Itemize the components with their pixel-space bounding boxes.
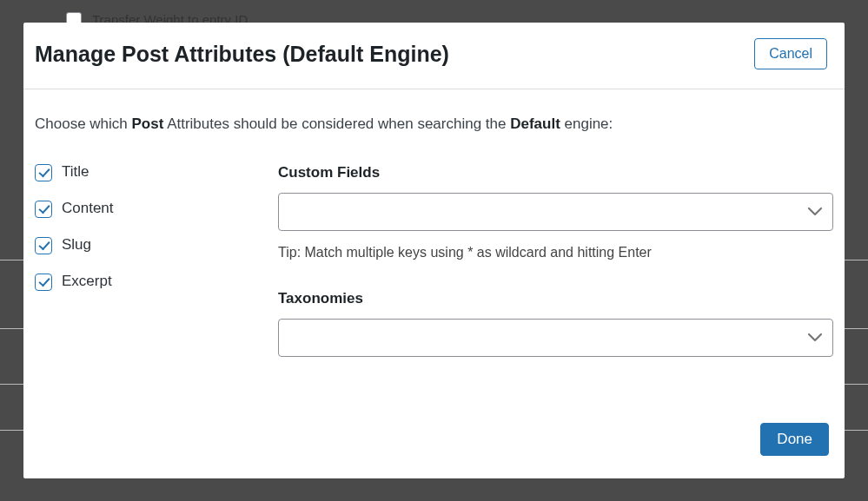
done-button[interactable]: Done [760, 423, 829, 456]
modal-footer: Done [23, 423, 845, 478]
columns: Title Content Slug Excerpt Custom Fields [35, 164, 833, 371]
taxonomies-label: Taxonomies [278, 290, 833, 307]
checkbox-row-excerpt: Excerpt [35, 274, 261, 291]
desc-default: Default [510, 115, 560, 132]
desc-post: Post [132, 115, 164, 132]
modal-description: Choose which Post Attributes should be c… [35, 115, 833, 133]
modal-header: Manage Post Attributes (Default Engine) … [23, 23, 845, 89]
checkbox-excerpt[interactable] [35, 274, 52, 291]
custom-fields-label: Custom Fields [278, 164, 833, 181]
checkbox-row-slug: Slug [35, 237, 261, 254]
fields-column: Custom Fields Tip: Match multiple keys u… [278, 164, 833, 371]
custom-fields-tip: Tip: Match multiple keys using * as wild… [278, 245, 833, 260]
chevron-down-icon [807, 207, 823, 217]
checkbox-slug[interactable] [35, 237, 52, 254]
checkbox-content[interactable] [35, 201, 52, 218]
modal-dialog: Manage Post Attributes (Default Engine) … [23, 23, 845, 478]
desc-text: Choose which [35, 115, 132, 132]
checkbox-label[interactable]: Excerpt [62, 273, 112, 290]
desc-text: Attributes should be considered when sea… [163, 115, 510, 132]
checkbox-label[interactable]: Content [62, 200, 114, 217]
checkbox-row-title: Title [35, 164, 261, 181]
checkbox-label[interactable]: Title [62, 163, 89, 181]
checkbox-label[interactable]: Slug [62, 236, 91, 254]
cancel-button[interactable]: Cancel [754, 38, 827, 69]
modal-title: Manage Post Attributes (Default Engine) [35, 42, 449, 67]
desc-text: engine: [560, 115, 613, 132]
checkbox-column: Title Content Slug Excerpt [35, 164, 261, 371]
checkbox-row-content: Content [35, 201, 261, 218]
checkbox-title[interactable] [35, 164, 52, 181]
modal-body: Choose which Post Attributes should be c… [23, 89, 845, 423]
custom-fields-select[interactable] [278, 193, 833, 231]
chevron-down-icon [807, 333, 823, 343]
taxonomies-select[interactable] [278, 319, 833, 357]
